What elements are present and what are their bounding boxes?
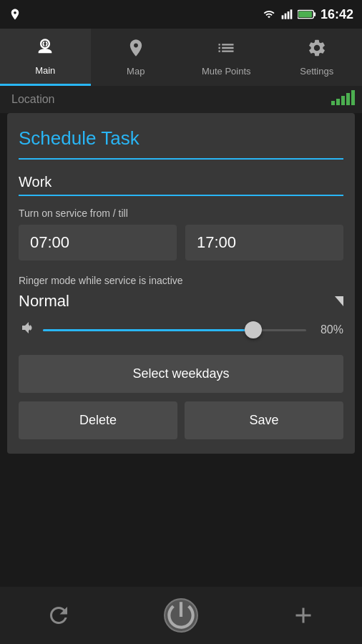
till-time-box[interactable]: 17:00 bbox=[185, 225, 343, 260]
mute-points-icon bbox=[216, 38, 236, 63]
status-bar: 16:42 bbox=[0, 0, 362, 29]
from-time-box[interactable]: 07:00 bbox=[19, 225, 177, 260]
volume-percent: 80% bbox=[313, 323, 343, 336]
power-icon bbox=[163, 597, 199, 633]
time-row: 07:00 17:00 bbox=[19, 225, 343, 260]
refresh-button[interactable] bbox=[46, 602, 72, 628]
nav-item-map-label: Map bbox=[127, 66, 145, 77]
bottom-bar bbox=[0, 587, 362, 644]
battery-icon bbox=[298, 9, 316, 19]
dialog-title: Schedule Task bbox=[19, 127, 343, 150]
svg-rect-0 bbox=[282, 15, 284, 19]
svg-rect-2 bbox=[288, 11, 290, 19]
refresh-icon bbox=[46, 602, 72, 628]
nav-item-main[interactable]: Main bbox=[0, 29, 91, 86]
nav-item-main-label: Main bbox=[35, 65, 55, 76]
svg-rect-6 bbox=[298, 11, 312, 17]
signal-icon bbox=[280, 9, 293, 20]
top-nav: Main Map Mute Points Settings bbox=[0, 29, 362, 86]
volume-row: 80% bbox=[19, 319, 343, 341]
nav-item-mute-points-label: Mute Points bbox=[202, 66, 251, 77]
svg-rect-3 bbox=[290, 9, 293, 19]
action-buttons-row: Delete Save bbox=[19, 401, 343, 439]
nav-item-settings[interactable]: Settings bbox=[272, 29, 363, 86]
ringer-label: Ringer mode while service is inactive bbox=[19, 275, 343, 286]
status-time: 16:42 bbox=[321, 7, 353, 22]
settings-icon bbox=[307, 38, 327, 63]
ringer-value: Normal bbox=[19, 292, 69, 311]
ringer-dropdown-arrow[interactable] bbox=[335, 296, 343, 306]
slider-track bbox=[43, 329, 306, 331]
select-weekdays-button[interactable]: Select weekdays bbox=[19, 355, 343, 393]
select-weekdays-row: Select weekdays bbox=[19, 355, 343, 393]
volume-icon bbox=[19, 319, 36, 341]
save-button[interactable]: Save bbox=[185, 401, 343, 439]
location-pin-icon bbox=[9, 8, 21, 21]
slider-thumb[interactable] bbox=[245, 321, 262, 338]
bg-content: Location bbox=[0, 86, 362, 113]
svg-rect-5 bbox=[314, 12, 315, 16]
volume-slider-container[interactable] bbox=[43, 323, 306, 337]
schedule-task-dialog: Schedule Task Turn on service from / til… bbox=[7, 113, 355, 454]
status-bar-left bbox=[9, 8, 21, 21]
add-icon bbox=[290, 602, 316, 628]
task-name-input[interactable] bbox=[19, 171, 343, 196]
nav-item-mute-points[interactable]: Mute Points bbox=[181, 29, 272, 86]
map-icon bbox=[126, 38, 146, 63]
delete-button[interactable]: Delete bbox=[19, 401, 177, 439]
wifi-icon bbox=[262, 9, 276, 20]
svg-rect-1 bbox=[285, 14, 287, 19]
main-icon bbox=[35, 37, 55, 62]
signal-bars-visual bbox=[331, 90, 355, 105]
nav-item-settings-label: Settings bbox=[300, 66, 333, 77]
time-label: Turn on service from / till bbox=[19, 208, 343, 219]
ringer-row: Normal bbox=[19, 292, 343, 311]
add-button[interactable] bbox=[290, 602, 316, 628]
power-button[interactable] bbox=[163, 597, 199, 633]
bg-location-text: Location bbox=[11, 93, 55, 105]
slider-fill bbox=[43, 329, 253, 331]
nav-item-map[interactable]: Map bbox=[91, 29, 182, 86]
status-bar-right: 16:42 bbox=[262, 7, 353, 22]
dialog-divider bbox=[19, 158, 343, 160]
